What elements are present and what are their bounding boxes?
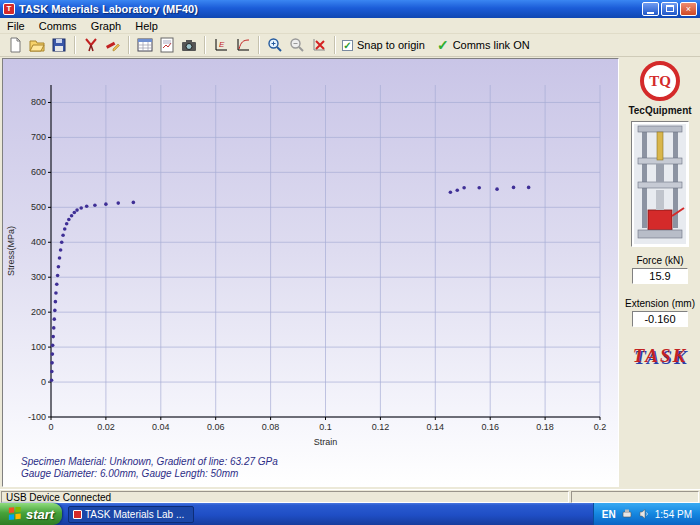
tecquipment-logo-icon: TQ [640,61,680,101]
close-button[interactable]: × [680,2,697,16]
svg-text:0.06: 0.06 [207,422,225,432]
toolbar: E ✓ Snap to origin ✓ Comms link ON [0,34,700,57]
report-icon [159,37,175,53]
svg-text:0.1: 0.1 [319,422,332,432]
chart-notes: Specimen Material: Unknown, Gradient of … [21,456,278,480]
app-icon: T [3,3,15,15]
task-logo: TASK [620,345,700,367]
chart-panel[interactable]: 00.020.040.060.080.10.120.140.160.180.2-… [2,58,619,487]
svg-text:400: 400 [31,237,46,247]
taskbar: start TASK Materials Lab ... EN 1:54 PM [0,503,700,525]
svg-text:-100: -100 [28,412,46,422]
clear-graph-icon [311,37,327,53]
svg-text:Stress(MPa): Stress(MPa) [6,226,16,276]
toolbar-separator [74,36,76,54]
comms-link-status-icon: ✓ [437,37,449,53]
menu-help[interactable]: Help [128,19,165,33]
save-button[interactable] [48,35,70,55]
menu-comms[interactable]: Comms [32,19,84,33]
zoom-in-icon [267,37,283,53]
svg-text:0: 0 [41,377,46,387]
axes-setup-button[interactable]: E [210,35,232,55]
tray-clock[interactable]: 1:54 PM [655,509,692,520]
volume-icon[interactable] [638,508,650,520]
brand-name: TecQuipment [620,105,700,116]
snap-to-origin-label: Snap to origin [357,39,425,51]
svg-text:0.16: 0.16 [481,422,499,432]
zoom-in-button[interactable] [264,35,286,55]
svg-text:600: 600 [31,167,46,177]
side-panel: TQ TecQuipment Force ( [620,57,700,489]
start-label: start [26,507,54,522]
window-title: TASK Materials Laboratory (MF40) [19,3,640,15]
menu-file[interactable]: File [0,19,32,33]
toolbar-separator [334,36,336,54]
menu-graph[interactable]: Graph [84,19,129,33]
svg-text:0.18: 0.18 [536,422,554,432]
save-icon [51,37,67,53]
svg-text:200: 200 [31,307,46,317]
gauge-note: Gauge Diameter: 6.00mm, Gauge Length: 50… [21,468,278,480]
snap-to-origin-checkbox[interactable]: ✓ [342,40,353,51]
minimize-button[interactable] [642,2,659,16]
menu-bar: File Comms Graph Help [0,18,700,34]
windows-flag-icon [8,507,22,521]
force-label: Force (kN) [620,255,700,266]
svg-text:0.14: 0.14 [427,422,445,432]
svg-text:800: 800 [31,97,46,107]
camera-icon [181,37,197,53]
extension-label: Extension (mm) [620,298,700,309]
svg-text:0.2: 0.2 [594,422,607,432]
minimize-icon [647,12,654,14]
axes-setup-icon: E [213,37,229,53]
stress-strain-chart[interactable]: 00.020.040.060.080.10.120.140.160.180.2-… [3,59,616,451]
new-file-icon [7,37,23,53]
maximize-button[interactable] [661,2,678,16]
desktop: T TASK Materials Laboratory (MF40) × Fil… [0,0,700,525]
usb-device-icon[interactable] [621,508,633,520]
toolbar-separator [204,36,206,54]
toolbar-separator [258,36,260,54]
svg-text:0.02: 0.02 [97,422,115,432]
edit-test-button[interactable] [102,35,124,55]
maximize-icon [666,5,674,12]
open-file-button[interactable] [26,35,48,55]
machine-image [631,121,689,247]
specimen-tools-button[interactable] [80,35,102,55]
taskbar-app-label: TASK Materials Lab ... [85,509,184,520]
svg-text:0: 0 [48,422,53,432]
status-message: USB Device Connected [1,491,569,503]
system-tray: EN 1:54 PM [593,503,700,525]
zoom-out-icon [289,37,305,53]
svg-text:0.12: 0.12 [372,422,390,432]
taskbar-app-button[interactable]: TASK Materials Lab ... [68,506,194,523]
comms-link-label: Comms link ON [453,39,530,51]
svg-text:100: 100 [31,342,46,352]
svg-text:0.08: 0.08 [262,422,280,432]
specimen-tools-icon [83,37,99,53]
data-table-button[interactable] [134,35,156,55]
open-file-icon [29,37,45,53]
capture-button[interactable] [178,35,200,55]
force-value: 15.9 [632,268,688,284]
toolbar-separator [128,36,130,54]
title-bar: T TASK Materials Laboratory (MF40) × [0,0,700,18]
report-button[interactable] [156,35,178,55]
language-indicator[interactable]: EN [602,509,616,520]
export-graph-button[interactable] [232,35,254,55]
svg-text:300: 300 [31,272,46,282]
specimen-note: Specimen Material: Unknown, Gradient of … [21,456,278,468]
svg-text:0.04: 0.04 [152,422,170,432]
main-content: 00.020.040.060.080.10.120.140.160.180.2-… [0,57,700,489]
edit-test-icon [105,37,121,53]
app-mini-icon [73,510,82,519]
test-rig-icon [634,124,686,244]
svg-text:700: 700 [31,132,46,142]
clear-graph-button[interactable] [308,35,330,55]
zoom-out-button[interactable] [286,35,308,55]
svg-text:500: 500 [31,202,46,212]
start-button[interactable]: start [0,503,62,525]
status-bar: USB Device Connected [0,489,700,503]
new-file-button[interactable] [4,35,26,55]
data-table-icon [137,37,153,53]
